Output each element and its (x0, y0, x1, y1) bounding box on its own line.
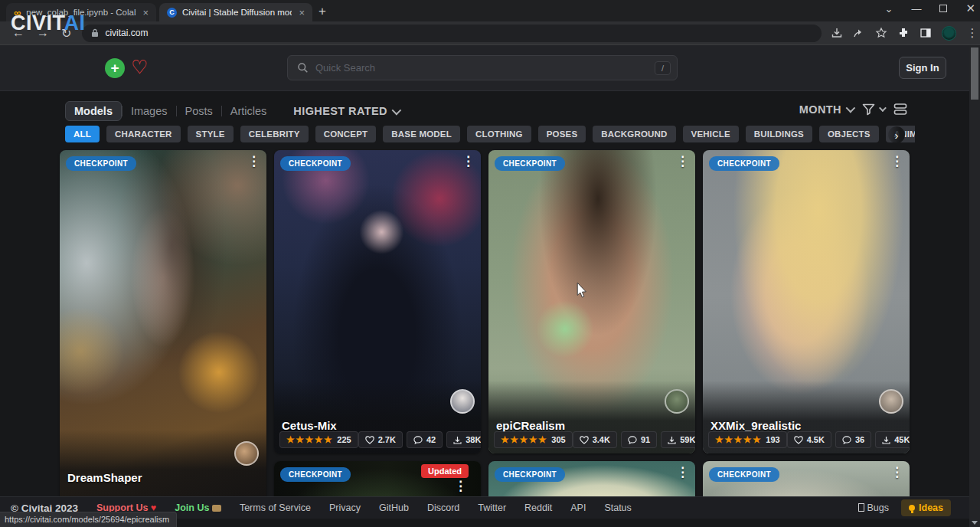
sign-in-button[interactable]: Sign In (899, 57, 946, 79)
creator-avatar[interactable] (879, 389, 903, 414)
tab-title: Civitai | Stable Diffusion models, (182, 8, 292, 17)
bugs-link[interactable]: Bugs (858, 502, 890, 513)
civitai-logo[interactable]: CIVITAI (11, 11, 86, 35)
tab-articles[interactable]: Articles (222, 102, 276, 120)
heart-icon (365, 436, 374, 444)
rating-pill: ★★★★★ 193 (708, 431, 787, 448)
model-stats: ★★★★★ 225 2.7K 42 38K (279, 431, 475, 448)
model-card-xxmix9realistic[interactable]: CHECKPOINT ⋮ XXMix_9realistic ★★★★★ 193 … (703, 150, 910, 453)
chip-style[interactable]: STYLE (188, 126, 234, 142)
ideas-button[interactable]: Ideas (901, 499, 951, 516)
model-type-badge: CHECKPOINT (280, 156, 351, 171)
heart-icon (580, 436, 589, 444)
stars-icon: ★★★★★ (286, 434, 333, 445)
filter-button[interactable] (862, 103, 884, 116)
search-input[interactable] (315, 62, 655, 74)
download-icon[interactable] (831, 27, 843, 39)
chip-objects[interactable]: OBJECTS (819, 126, 879, 142)
card-menu-icon[interactable]: ⋮ (676, 155, 689, 168)
funnel-icon (862, 103, 875, 116)
model-card-cetus-mix[interactable]: CHECKPOINT ⋮ Cetus-Mix ★★★★★ 225 2.7K 42 (274, 150, 481, 453)
model-type-badge: CHECKPOINT (495, 156, 565, 171)
comment-icon (628, 436, 637, 444)
status-link[interactable]: Status (604, 502, 631, 513)
github-link[interactable]: GitHub (379, 502, 409, 513)
briefcase-icon (212, 505, 221, 512)
page-scrollbar[interactable] (969, 45, 980, 527)
creator-avatar[interactable] (665, 389, 689, 414)
api-link[interactable]: API (570, 502, 586, 513)
browser-window: ∞ new_colab_file.ipynb - Colaborat × C C… (0, 0, 980, 527)
bookmark-star-icon[interactable] (875, 27, 887, 39)
search-bar[interactable]: / (287, 55, 678, 80)
twitter-link[interactable]: Twitter (478, 502, 506, 513)
chip-celebrity[interactable]: CELEBRITY (240, 126, 309, 142)
chip-concept[interactable]: CONCEPT (315, 126, 377, 142)
card-gradient-overlay (60, 430, 266, 502)
url-text: civitai.com (105, 28, 148, 38)
discord-link[interactable]: Discord (427, 502, 459, 513)
card-menu-icon[interactable]: ⋮ (454, 480, 467, 493)
model-card-partial[interactable]: CHECKPOINT Updated ⋮ (274, 461, 481, 499)
rating-count: 225 (337, 435, 351, 444)
card-menu-icon[interactable]: ⋮ (890, 466, 903, 479)
model-type-badge: CHECKPOINT (709, 467, 779, 482)
privacy-link[interactable]: Privacy (329, 502, 361, 513)
chip-background[interactable]: BACKGROUND (593, 126, 675, 142)
chip-clothing[interactable]: CLOTHING (467, 126, 531, 142)
card-menu-icon[interactable]: ⋮ (890, 155, 903, 168)
chip-character[interactable]: CHARACTER (106, 126, 181, 142)
tab-models[interactable]: Models (65, 101, 122, 121)
civitai-favicon-icon: C (167, 8, 177, 18)
new-tab-button[interactable]: + (318, 4, 326, 19)
tab-posts[interactable]: Posts (177, 102, 221, 120)
terms-link[interactable]: Terms of Service (240, 502, 311, 513)
tab-strip: ∞ new_colab_file.ipynb - Colaborat × C C… (0, 0, 980, 21)
model-card-partial[interactable]: CHECKPOINT ⋮ (488, 461, 695, 499)
model-type-badge: CHECKPOINT (280, 467, 351, 482)
share-icon[interactable] (853, 27, 865, 39)
tab-search-chevron-icon[interactable]: ⌄ (885, 3, 893, 15)
favorites-heart-icon[interactable]: ♡ (131, 56, 148, 78)
model-card-epicrealism[interactable]: CHECKPOINT ⋮ epiCRealism ★★★★★ 305 3.4K … (488, 150, 695, 453)
profile-avatar[interactable] (942, 26, 956, 41)
rating-pill: ★★★★★ 225 (279, 431, 358, 448)
card-menu-icon[interactable]: ⋮ (676, 466, 689, 479)
tab-civitai[interactable]: C Civitai | Stable Diffusion models, × (159, 3, 312, 21)
url-bar[interactable]: civitai.com (82, 25, 822, 42)
card-menu-icon[interactable]: ⋮ (247, 155, 260, 168)
restore-button[interactable] (939, 5, 947, 12)
chip-base-model[interactable]: BASE MODEL (383, 126, 460, 142)
model-card-partial[interactable]: CHECKPOINT ⋮ (703, 461, 910, 499)
chip-vehicle[interactable]: VEHICLE (683, 126, 739, 142)
chip-poses[interactable]: POSES (538, 126, 586, 142)
model-card-dreamshaper[interactable]: CHECKPOINT ⋮ DreamShaper (60, 150, 266, 502)
extensions-icon[interactable] (897, 27, 910, 39)
chip-buildings[interactable]: BUILDINGS (746, 126, 812, 142)
side-panel-icon[interactable] (920, 27, 932, 39)
scrollbar-thumb[interactable] (971, 47, 978, 100)
tab-close-icon[interactable]: × (297, 8, 306, 18)
model-title: Cetus-Mix (282, 419, 337, 432)
card-menu-icon[interactable]: ⋮ (462, 155, 475, 168)
layout-toggle-icon[interactable] (893, 103, 907, 116)
tab-images[interactable]: Images (122, 102, 176, 120)
model-title: XXMix_9realistic (710, 419, 801, 432)
creator-avatar[interactable] (234, 441, 259, 466)
scrollbar-down-arrow[interactable] (972, 521, 978, 525)
chip-all[interactable]: ALL (65, 126, 100, 142)
sort-dropdown[interactable]: HIGHEST RATED (293, 105, 399, 117)
download-icon (668, 436, 676, 444)
tab-close-icon[interactable]: × (141, 8, 150, 18)
model-type-badge: CHECKPOINT (495, 467, 565, 482)
chips-scroll-right-button[interactable]: › (888, 126, 905, 143)
close-window-button[interactable]: ✕ (965, 2, 975, 15)
downloads-pill: 45K (875, 431, 910, 448)
period-dropdown[interactable]: MONTH (799, 103, 853, 116)
create-button[interactable]: + (105, 58, 125, 78)
minimize-button[interactable]: — (911, 3, 921, 15)
browser-menu-icon[interactable]: ⋮ (966, 26, 978, 40)
join-us-link[interactable]: Join Us (175, 502, 221, 513)
reddit-link[interactable]: Reddit (524, 502, 552, 513)
creator-avatar[interactable] (450, 389, 475, 414)
